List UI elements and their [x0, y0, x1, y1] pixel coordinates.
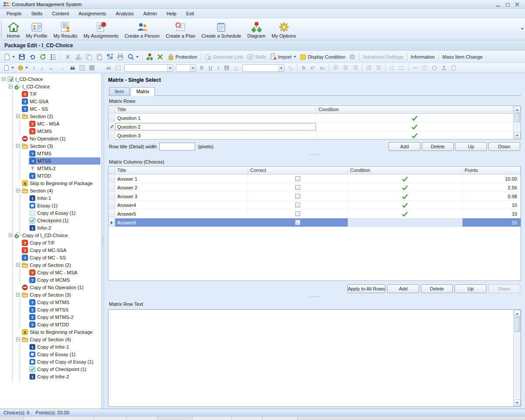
- tree-item-mc-ssa[interactable]: ?MC-SSA: [21, 98, 100, 105]
- choice-row-selector[interactable]: [108, 183, 115, 192]
- delete-button[interactable]: Delete: [421, 284, 453, 293]
- tree-item-no-operation-1[interactable]: No Operation (1): [21, 136, 100, 142]
- up-button[interactable]: Up: [455, 142, 487, 151]
- diagram-small-icon[interactable]: [144, 52, 155, 61]
- minimize-icon[interactable]: [495, 2, 500, 7]
- expand-toggle[interactable]: [2, 77, 6, 81]
- choice-row-selector[interactable]: [108, 201, 115, 209]
- menu-assignments[interactable]: Assignments: [74, 10, 111, 18]
- matrix-row[interactable]: Question 3: [108, 131, 513, 140]
- choice-row-selector[interactable]: [108, 175, 115, 183]
- tree-splitter[interactable]: [101, 74, 104, 409]
- tree-item-i-cd-choice[interactable]: I_CD-Choice: [14, 84, 100, 90]
- tree-item-copy-of-essay-1[interactable]: Copy of Essay (1): [29, 210, 100, 216]
- matrix-row[interactable]: Question 1: [108, 114, 513, 122]
- down-button[interactable]: Down: [488, 142, 520, 151]
- menu-people[interactable]: People: [2, 10, 26, 18]
- tab-item[interactable]: Item: [109, 87, 130, 95]
- move-up-button[interactable]: ↑: [30, 64, 38, 72]
- my-results-button[interactable]: My Results: [50, 19, 80, 39]
- tree-item-copy-of-mtms-2[interactable]: ?Copy of MTMS-2: [29, 314, 100, 320]
- tree-item-copy-of-mtss[interactable]: ?Copy of MTSS: [29, 307, 100, 313]
- tree-item-mc-ss[interactable]: ?MC - SS: [21, 106, 100, 112]
- choice-row-selector[interactable]: [108, 192, 115, 200]
- close-icon[interactable]: [514, 2, 520, 7]
- back-button[interactable]: ←: [46, 64, 57, 72]
- tree-item-skip-to-beginning-of-package[interactable]: SSkip to Beginning of Package: [21, 180, 100, 186]
- tree-item-copy-of-i-cd-choice[interactable]: Copy of I_CD-Choice: [14, 232, 100, 238]
- tree-item-mtms[interactable]: ?MTMS: [29, 150, 100, 157]
- scroll-down-arrow[interactable]: [514, 132, 521, 139]
- tree-item-section-3[interactable]: Section (3): [21, 143, 100, 149]
- choice-row[interactable]: Answer 110.00: [108, 175, 521, 183]
- add-node-icon[interactable]: [105, 52, 115, 61]
- properties-list-icon[interactable]: [48, 52, 59, 61]
- protection-button[interactable]: Protection: [165, 52, 199, 61]
- tab-matrix[interactable]: Matrix: [130, 87, 155, 96]
- display-condition-button[interactable]: Display Condition: [298, 52, 347, 61]
- tree-item-copy-of-section-3[interactable]: Copy of Section (3): [21, 292, 100, 298]
- row-title-width-input[interactable]: [159, 143, 195, 150]
- my-profile-button[interactable]: My Profile: [23, 19, 50, 39]
- correct-checkbox[interactable]: [295, 176, 300, 181]
- expand-toggle[interactable]: [9, 84, 13, 88]
- tree-item-copy-of-copy-of-essay-1[interactable]: Copy of Copy of Essay (1): [29, 359, 100, 365]
- tree-item-mtdd[interactable]: ?MTDD: [29, 173, 100, 179]
- expand-toggle[interactable]: [16, 114, 20, 118]
- diagram-button[interactable]: Diagram: [244, 19, 269, 39]
- scroll-thumb[interactable]: [514, 113, 520, 122]
- tree-item-copy-of-essay-1[interactable]: Copy of Essay (1): [29, 351, 100, 357]
- tree-item-copy-of-mc-ssa[interactable]: ?Copy of MC-SSA: [21, 247, 100, 253]
- toolbar-overflow-chevron[interactable]: [521, 28, 524, 30]
- menu-content[interactable]: Content: [47, 10, 74, 18]
- options-ball-icon[interactable]: [16, 64, 30, 72]
- correct-checkbox[interactable]: [295, 203, 300, 207]
- style-select[interactable]: [242, 64, 284, 72]
- choice-row[interactable]: Answer 30.98: [108, 192, 521, 201]
- expand-toggle[interactable]: [16, 189, 20, 192]
- save-icon[interactable]: [17, 52, 27, 61]
- remove-x-icon[interactable]: [155, 52, 165, 61]
- find-icon[interactable]: [68, 64, 77, 72]
- choice-row-selector[interactable]: [108, 218, 115, 227]
- add-button[interactable]: Add: [387, 284, 419, 293]
- tree-item-skip-to-beginning-of-package[interactable]: SSkip to Beginning of Package: [21, 329, 100, 335]
- columns-text-splitter[interactable]: [108, 294, 521, 299]
- scroll-down-arrow[interactable]: [514, 399, 521, 406]
- tree-item-infor-2[interactable]: IInfor-2: [29, 225, 100, 231]
- menu-analysis[interactable]: Analysis: [111, 10, 138, 18]
- correct-checkbox[interactable]: [295, 194, 300, 199]
- my-assignments-button[interactable]: My Assignments: [80, 19, 122, 39]
- doc-new-icon[interactable]: [2, 64, 16, 72]
- matrix-row-text-scrollbar[interactable]: [513, 310, 521, 406]
- search-icon[interactable]: [126, 52, 140, 61]
- up-button[interactable]: Up: [455, 284, 486, 293]
- move-down-button[interactable]: ↓: [38, 64, 46, 72]
- tree-item-t-f[interactable]: ?T/F: [21, 91, 100, 97]
- menu-skills[interactable]: Skills: [26, 10, 47, 18]
- home-button[interactable]: Home: [4, 19, 23, 39]
- choice-row[interactable]: Answer510: [108, 210, 521, 218]
- undo-icon[interactable]: [27, 52, 38, 61]
- create-a-plan-button[interactable]: Create a Plan: [163, 19, 198, 39]
- font-family-select[interactable]: [124, 64, 173, 72]
- tree-item-copy-of-no-operation-1[interactable]: Copy of No Operation (1): [21, 284, 100, 290]
- choice-row-selector[interactable]: [108, 210, 115, 218]
- apply-to-all-rows-button[interactable]: Apply to All Rows: [347, 284, 385, 293]
- tree-item-section-2[interactable]: Section (2): [21, 113, 100, 119]
- correct-checkbox[interactable]: [295, 220, 300, 225]
- tree-item-copy-of-t-f[interactable]: ?Copy of T/F: [21, 240, 100, 246]
- menu-admin[interactable]: Admin: [138, 10, 161, 18]
- tree-item-copy-of-mtms[interactable]: ?Copy of MTMS: [29, 299, 100, 305]
- expand-toggle[interactable]: [16, 337, 20, 341]
- tree-item-checkpoint-1[interactable]: Checkpoint (1): [29, 217, 100, 224]
- correct-checkbox[interactable]: [295, 211, 300, 216]
- delete-button[interactable]: Delete: [422, 142, 454, 151]
- create-a-person-button[interactable]: Create a Person: [122, 19, 163, 39]
- create-a-schedule-button[interactable]: Create a Schedule: [198, 19, 244, 39]
- print-icon[interactable]: [115, 52, 126, 61]
- choice-row[interactable]: Answer610: [108, 218, 521, 227]
- row-selector[interactable]: [108, 122, 115, 131]
- tree-item-mtss[interactable]: ?MTSS: [29, 158, 100, 164]
- expand-toggle[interactable]: [16, 293, 20, 297]
